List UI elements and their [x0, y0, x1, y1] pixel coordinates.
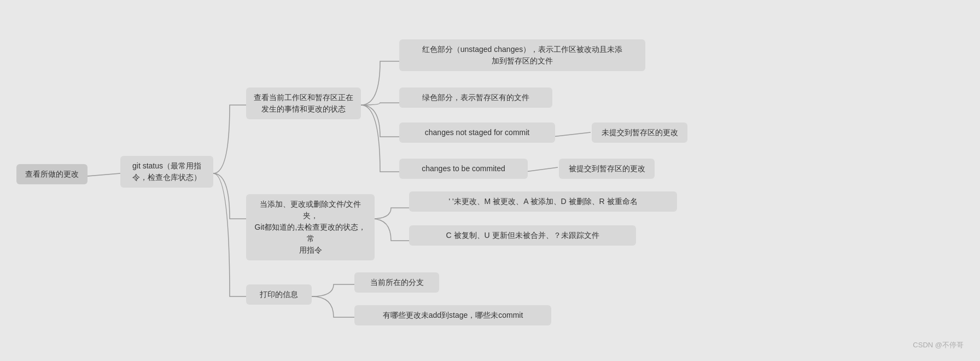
current-branch-node: 当前所在的分支	[354, 272, 439, 293]
file-ops-node: 当添加、更改或删除文件/文件夹， Git都知道的,去检查更改的状态，常 用指令	[246, 194, 375, 260]
mind-map: 查看所做的更改 git status（最常用指 令，检查仓库状态） 查看当前工作…	[0, 0, 980, 361]
git-status-node: git status（最常用指 令，检查仓库状态）	[120, 156, 213, 188]
not-staged-desc-node: 未提交到暂存区的更改	[592, 123, 687, 143]
changes-to-be-node: changes to be commited	[399, 159, 528, 179]
changes-not-staged-node: changes not staged for commit	[399, 123, 555, 143]
green-part-node: 绿色部分，表示暂存区有的文件	[399, 88, 552, 108]
print-info-node: 打印的信息	[246, 284, 312, 305]
status-codes2-node: C 被复制、U 更新但未被合并、？未跟踪文件	[409, 225, 636, 246]
uncommitted-node: 有哪些更改未add到stage，哪些未commit	[354, 305, 551, 325]
svg-line-0	[88, 173, 120, 176]
svg-line-1	[552, 132, 591, 137]
root-node: 查看所做的更改	[16, 164, 88, 184]
svg-line-2	[525, 167, 558, 172]
see-changes-node: 查看当前工作区和暂存区正在 发生的事情和更改的状态	[246, 88, 361, 119]
status-codes1-node: ' '未更改、M 被更改、A 被添加、D 被删除、R 被重命名	[409, 191, 677, 212]
staged-desc-node: 被提交到暂存区的更改	[559, 159, 655, 179]
watermark: CSDN @不停哥	[913, 340, 964, 350]
red-part-node: 红色部分（unstaged changes），表示工作区被改动且未添 加到暂存区…	[399, 39, 645, 71]
